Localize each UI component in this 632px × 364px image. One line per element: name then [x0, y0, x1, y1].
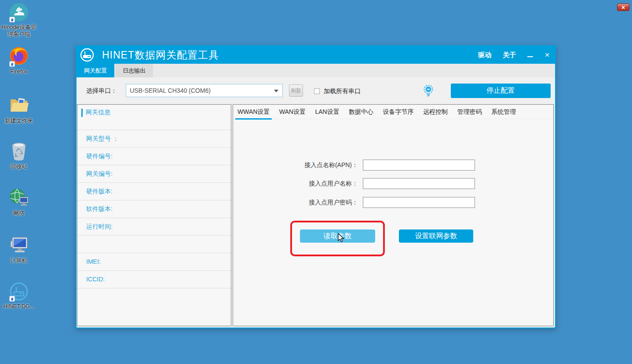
- load-all-ports-checkbox[interactable]: [314, 88, 320, 94]
- network-icon: [8, 188, 29, 208]
- serial-port-select[interactable]: USB-SERIAL CH340 (COM6): [126, 84, 283, 97]
- desktop-icon-label: 计算机: [0, 257, 38, 264]
- driver-menu[interactable]: 驱动: [478, 51, 491, 59]
- firefox-icon: [8, 47, 29, 67]
- serial-port-label: 选择串口：: [86, 87, 117, 95]
- tab-system-management[interactable]: 系统管理: [489, 107, 518, 120]
- desktop-icon-hinode-client[interactable]: Hinode设备管理客户端: [0, 2, 38, 38]
- tab-wan[interactable]: WAN设置: [277, 107, 308, 120]
- screen-close-button[interactable]: ✕: [617, 4, 629, 11]
- shortcut-arrow-icon: [9, 61, 15, 67]
- shortcut-arrow-icon: [9, 17, 15, 22]
- info-row-hw-ver: 硬件版本:: [77, 182, 231, 200]
- info-row-empty: [77, 288, 231, 306]
- window-close-icon[interactable]: ✕: [544, 51, 550, 58]
- settings-tab-bar: WWAN设置 WAN设置 LAN设置 数据中心 设备字节序 远程控制 管理密码 …: [233, 105, 553, 119]
- apn-password-input[interactable]: [363, 197, 475, 208]
- settings-panel: WWAN设置 WAN设置 LAN设置 数据中心 设备字节序 远程控制 管理密码 …: [233, 104, 554, 326]
- set-network-params-button[interactable]: 设置联网参数: [399, 229, 473, 243]
- apn-label: 接入点名称(APN)：: [304, 161, 358, 169]
- apn-input[interactable]: [363, 160, 475, 171]
- desktop-icon-firefox[interactable]: Firefox: [0, 47, 38, 75]
- tab-wwan[interactable]: WWAN设置: [235, 107, 272, 120]
- section-marker: [81, 109, 83, 117]
- serial-port-value: USB-SERIAL CH340 (COM6): [130, 84, 211, 97]
- titlebar: HINET数据网关配置工具 驱动 关于 ✕: [77, 46, 555, 64]
- window-title: HINET数据网关配置工具: [102, 46, 219, 64]
- info-row-spacer: [77, 235, 231, 253]
- desktop-icon-network[interactable]: 网络: [0, 188, 38, 217]
- hinode-app-icon: [8, 2, 29, 22]
- apn-username-label: 接入点用户名称：: [309, 180, 358, 188]
- desktop-icon-label: Hinode设备管理客户端: [0, 24, 38, 38]
- tab-log-output[interactable]: 日志输出: [115, 64, 153, 77]
- desktop-icon-recycle-bin[interactable]: 回收站: [0, 142, 38, 170]
- main-tab-bar: 网关配置 日志输出: [77, 64, 555, 77]
- info-row-gw-no: 网关编号:: [77, 165, 231, 182]
- info-row-uptime: 运行时间:: [77, 218, 231, 235]
- chevron-down-icon: [274, 90, 278, 92]
- app-logo-icon: [80, 48, 94, 64]
- tab-gateway-config[interactable]: 网关配置: [77, 64, 114, 77]
- desktop-icon-hinet-dg[interactable]: HINET.DG...: [0, 281, 38, 310]
- hint-bulb-icon[interactable]: [424, 85, 433, 99]
- tab-data-center[interactable]: 数据中心: [347, 107, 376, 120]
- refresh-button[interactable]: 刷新: [289, 84, 303, 97]
- info-row-hw-no: 硬件编号:: [77, 147, 231, 165]
- info-panel-title: 网关信息: [86, 109, 110, 116]
- info-row-model: 网关型号 ：: [77, 130, 231, 147]
- desktop-icon-label: 新建文件夹: [0, 117, 38, 124]
- info-row-sw-ver: 软件版本:: [77, 200, 231, 218]
- app-window: HINET数据网关配置工具 驱动 关于 ✕ 网关配置 日志输出 选择串口： US…: [76, 45, 556, 328]
- stop-config-button[interactable]: 停止配置: [451, 84, 551, 98]
- about-menu[interactable]: 关于: [503, 51, 516, 59]
- tab-lan[interactable]: LAN设置: [313, 107, 341, 120]
- computer-icon: [8, 236, 29, 256]
- recycle-bin-icon: [8, 142, 29, 162]
- minimize-icon[interactable]: [527, 56, 533, 57]
- desktop-icon-label: HINET.DG...: [0, 303, 38, 310]
- desktop-icon-label: Firefox: [0, 68, 38, 75]
- desktop-icon-computer[interactable]: 计算机: [0, 236, 38, 264]
- info-row-imei: IMEI:: [77, 253, 231, 270]
- apn-password-label: 接入点用户密码：: [309, 199, 358, 207]
- desktop-icon-label: 回收站: [0, 163, 38, 170]
- tab-byte-order[interactable]: 设备字节序: [381, 107, 416, 120]
- info-row-iccid: ICCID:: [77, 270, 231, 288]
- folder-icon: [8, 96, 29, 116]
- tab-admin-password[interactable]: 管理密码: [455, 107, 484, 120]
- gateway-info-panel: 网关信息 网关型号 ： 硬件编号: 网关编号: 硬件版本: 软件版本: 运行时间…: [77, 104, 231, 326]
- load-all-ports-label: 加载所有串口: [324, 87, 361, 95]
- apn-username-input[interactable]: [363, 178, 475, 189]
- desktop-icon-new-folder[interactable]: 新建文件夹: [0, 96, 38, 124]
- desktop-icon-label: 网络: [0, 210, 38, 217]
- hinet-router-icon: [8, 281, 29, 302]
- tab-remote-control[interactable]: 远程控制: [421, 107, 450, 120]
- shortcut-arrow-icon: [9, 296, 15, 302]
- read-params-button[interactable]: 读取参数: [300, 229, 375, 243]
